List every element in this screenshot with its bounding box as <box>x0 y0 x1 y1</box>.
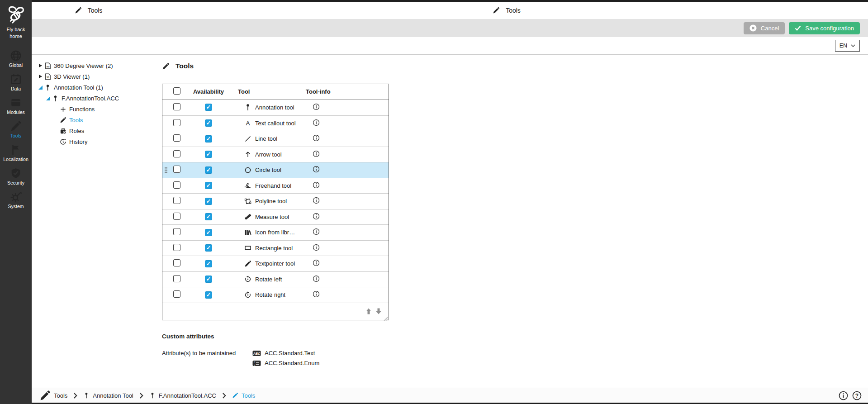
cell-availability <box>186 229 231 236</box>
row-select-checkbox[interactable] <box>173 134 180 142</box>
info-icon[interactable] <box>313 119 320 126</box>
sidebar-item-global[interactable]: Global <box>0 50 32 68</box>
cell-tool: Annotation tool <box>231 104 299 111</box>
row-select-checkbox[interactable] <box>173 275 180 282</box>
sidebar-item-localization[interactable]: Localization <box>0 144 32 162</box>
info-circle-icon[interactable] <box>839 391 848 400</box>
table-row-textpointer-tool[interactable]: Textpointer tool <box>162 256 389 271</box>
tree-item-3d-viewer-1[interactable]: 3D3D Viewer (1) <box>32 71 145 82</box>
sidebar-item-modules[interactable]: Modules <box>0 97 32 115</box>
availability-checkbox[interactable] <box>205 229 212 236</box>
availability-checkbox[interactable] <box>205 151 212 158</box>
availability-checkbox[interactable] <box>205 198 212 205</box>
info-icon[interactable] <box>313 259 320 266</box>
select-all-checkbox[interactable] <box>173 87 180 95</box>
row-select-checkbox[interactable] <box>173 197 180 204</box>
tree-item-annotation-tool-1[interactable]: Annotation Tool (1) <box>32 82 145 93</box>
table-row-line-tool[interactable]: Line tool <box>162 131 389 147</box>
breadcrumb-item-tools[interactable]: Tools <box>232 392 255 399</box>
tree-item-functions[interactable]: Functions <box>32 104 145 114</box>
info-icon[interactable] <box>313 290 320 298</box>
globe-icon <box>10 50 22 62</box>
tree-item-history[interactable]: History <box>32 136 145 147</box>
info-icon[interactable] <box>313 150 320 157</box>
row-select-checkbox[interactable] <box>173 119 180 126</box>
bee-logo-icon <box>5 5 26 24</box>
breadcrumb-item-annotation-tool[interactable]: Annotation Tool <box>83 392 133 399</box>
save-configuration-button[interactable]: Save configuration <box>789 22 860 34</box>
tree-item-360-degree-viewer-2[interactable]: 360360 Degree Viewer (2) <box>32 60 145 71</box>
availability-checkbox[interactable] <box>205 260 212 267</box>
row-select-checkbox[interactable] <box>173 181 180 189</box>
info-icon[interactable] <box>313 275 320 282</box>
table-resize-handle[interactable] <box>384 315 388 319</box>
tree-item-label: Functions <box>69 106 95 113</box>
language-select[interactable]: EN <box>835 40 860 52</box>
row-select-checkbox[interactable] <box>173 244 180 251</box>
row-select-checkbox[interactable] <box>173 259 180 266</box>
sidebar-item-label: Localization <box>3 157 28 162</box>
cancel-button[interactable]: Cancel <box>744 22 785 34</box>
tree-item-roles[interactable]: Roles <box>32 125 145 136</box>
sidebar-item-system[interactable]: System <box>0 191 32 209</box>
sidebar-item-fly-back-home[interactable]: Fly back home <box>2 5 30 40</box>
row-select-checkbox[interactable] <box>173 166 180 173</box>
table-row-circle-tool[interactable]: Circle tool <box>162 162 389 178</box>
info-icon[interactable] <box>313 197 320 204</box>
cell-tool-info <box>299 213 389 221</box>
info-icon[interactable] <box>313 103 320 110</box>
expand-icon[interactable] <box>37 62 43 69</box>
expand-icon[interactable] <box>37 73 43 80</box>
sidebar-item-tools[interactable]: Tools <box>0 120 32 138</box>
history-icon <box>60 138 66 145</box>
cell-select <box>162 103 186 112</box>
table-row-polyline-tool[interactable]: Polyline tool <box>162 193 389 209</box>
help-circle-icon[interactable]: ? <box>852 391 862 400</box>
availability-checkbox[interactable] <box>205 213 212 220</box>
availability-checkbox[interactable] <box>205 291 212 299</box>
availability-checkbox[interactable] <box>205 166 212 174</box>
info-icon[interactable] <box>313 244 320 251</box>
info-icon[interactable] <box>313 213 320 220</box>
info-icon[interactable] <box>313 228 320 235</box>
svg-text:ABC: ABC <box>253 352 261 355</box>
row-select-checkbox[interactable] <box>173 228 180 235</box>
table-row-rotate-left[interactable]: Rotate left <box>162 271 389 287</box>
cell-select <box>162 228 186 237</box>
info-icon[interactable] <box>313 181 320 189</box>
availability-checkbox[interactable] <box>205 182 212 189</box>
info-icon[interactable] <box>313 166 320 173</box>
row-select-checkbox[interactable] <box>173 213 180 220</box>
table-row-text-callout-tool[interactable]: AText callout tool <box>162 115 389 131</box>
breadcrumb-item-tools[interactable]: Tools <box>39 390 67 401</box>
availability-checkbox[interactable] <box>205 119 212 127</box>
availability-checkbox[interactable] <box>205 104 212 111</box>
availability-checkbox[interactable] <box>205 276 212 283</box>
info-icon[interactable] <box>313 134 320 142</box>
table-row-measure-tool[interactable]: Measure tool <box>162 209 389 225</box>
save-button-label: Save configuration <box>805 25 854 32</box>
tree-item-f-annotationtool-acc[interactable]: F.AnnotationTool.ACC <box>32 93 145 104</box>
move-up-icon[interactable] <box>365 308 372 315</box>
drag-handle-icon[interactable] <box>164 167 168 173</box>
row-select-checkbox[interactable] <box>173 150 180 157</box>
sidebar-item-security[interactable]: Security <box>0 167 32 185</box>
tree-item-tools[interactable]: Tools <box>32 114 145 125</box>
table-row-arrow-tool[interactable]: Arrow tool <box>162 147 389 162</box>
breadcrumb-item-label: Annotation Tool <box>93 392 133 399</box>
table-row-annotation-tool[interactable]: Annotation tool <box>162 100 389 115</box>
collapse-icon[interactable] <box>37 84 43 90</box>
availability-checkbox[interactable] <box>205 244 212 252</box>
table-row-rectangle-tool[interactable]: Rectangle tool <box>162 240 389 256</box>
sidebar-item-data[interactable]: Data <box>0 73 32 91</box>
cell-select <box>162 213 186 221</box>
row-select-checkbox[interactable] <box>173 103 180 110</box>
breadcrumb-item-f-annotationtool-acc[interactable]: F.AnnotationTool.ACC <box>149 392 216 399</box>
row-select-checkbox[interactable] <box>173 290 180 298</box>
table-row-freehand-tool[interactable]: Freehand tool <box>162 178 389 194</box>
availability-checkbox[interactable] <box>205 135 212 143</box>
table-row-rotate-right[interactable]: Rotate right <box>162 287 389 303</box>
move-down-icon[interactable] <box>375 308 382 315</box>
collapse-icon[interactable] <box>45 95 51 101</box>
table-row-icon-from-libr[interactable]: Icon from libr… <box>162 224 389 240</box>
